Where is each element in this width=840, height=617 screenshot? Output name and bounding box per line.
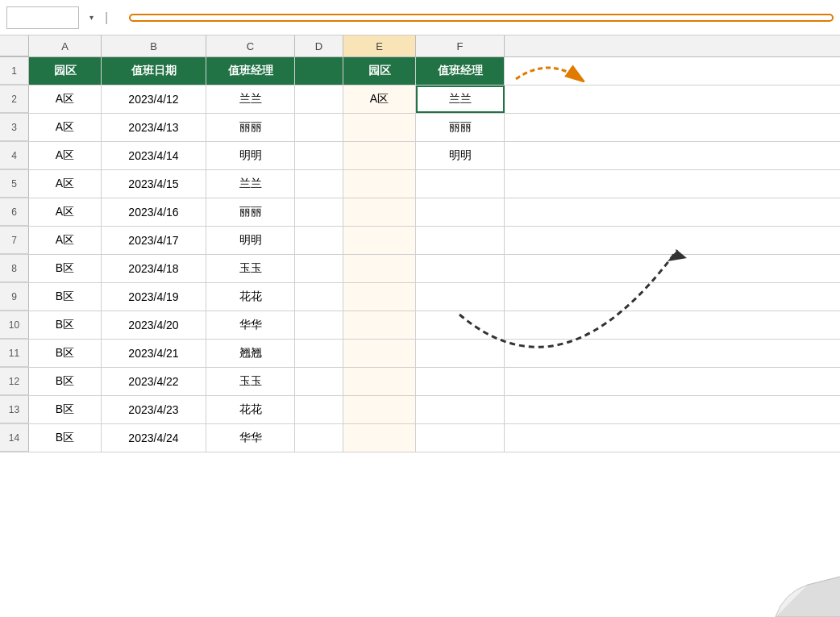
cell-e12[interactable] [343,368,416,395]
cell-d6[interactable] [295,198,343,226]
cell-d2[interactable] [295,85,343,113]
cell-a13[interactable]: B区 [29,396,102,423]
cell-f8[interactable] [416,255,505,282]
cell-b4[interactable]: 2023/4/14 [102,142,206,169]
cell-c11[interactable]: 翘翘 [206,340,295,367]
cell-b6[interactable]: 2023/4/16 [102,198,206,226]
col-header-a[interactable]: A [29,35,102,56]
cell-a14[interactable]: B区 [29,424,102,452]
cell-b8[interactable]: 2023/4/18 [102,255,206,282]
cell-d8[interactable] [295,255,343,282]
cell-c8[interactable]: 玉玉 [206,255,295,282]
cell-f5[interactable] [416,170,505,198]
cell-e11[interactable] [343,340,416,367]
cell-b7[interactable]: 2023/4/17 [102,227,206,254]
cell-f7[interactable] [416,227,505,254]
cell-e7[interactable] [343,227,416,254]
cell-c3[interactable]: 丽丽 [206,114,295,141]
cell-b1[interactable]: 值班日期 [102,57,206,85]
cell-a1[interactable]: 园区 [29,57,102,85]
cell-b3[interactable]: 2023/4/13 [102,114,206,141]
cell-a9[interactable]: B区 [29,283,102,311]
name-box[interactable] [6,6,79,29]
cell-f1[interactable]: 值班经理 [416,57,505,85]
col-header-d[interactable]: D [295,35,343,56]
cell-e13[interactable] [343,396,416,423]
cell-f10[interactable] [416,311,505,339]
cell-e3[interactable] [343,114,416,141]
cell-c6[interactable]: 丽丽 [206,198,295,226]
cell-c9[interactable]: 花花 [206,283,295,311]
cell-d7[interactable] [295,227,343,254]
cell-b2[interactable]: 2023/4/12 [102,85,206,113]
cell-b12[interactable]: 2023/4/22 [102,368,206,395]
cell-d11[interactable] [295,340,343,367]
formula-input-wrapper[interactable] [129,14,834,22]
cell-a6[interactable]: A区 [29,198,102,226]
cell-a3[interactable]: A区 [29,114,102,141]
cell-c5[interactable]: 兰兰 [206,170,295,198]
cell-a5[interactable]: A区 [29,170,102,198]
cell-b9[interactable]: 2023/4/19 [102,283,206,311]
cell-e9[interactable] [343,283,416,311]
name-box-dropdown[interactable]: ▾ [84,13,98,22]
cell-d1[interactable] [295,57,343,85]
cell-a2[interactable]: A区 [29,85,102,113]
cell-c1[interactable]: 值班经理 [206,57,295,85]
cell-e8[interactable] [343,255,416,282]
cell-c7[interactable]: 明明 [206,227,295,254]
cell-e10[interactable] [343,311,416,339]
cell-e5[interactable] [343,170,416,198]
cell-a8[interactable]: B区 [29,255,102,282]
cell-e2[interactable]: A区 [343,85,416,113]
cell-c14[interactable]: 华华 [206,424,295,452]
cell-c12[interactable]: 玉玉 [206,368,295,395]
cell-e14[interactable] [343,424,416,452]
table-row: 4A区2023/4/14明明明明 [0,142,840,170]
row-number: 4 [0,142,29,169]
cell-e6[interactable] [343,198,416,226]
cell-f11[interactable] [416,340,505,367]
cell-f4[interactable]: 明明 [416,142,505,169]
col-header-f[interactable]: F [416,35,505,56]
cell-f14[interactable] [416,424,505,452]
cell-d3[interactable] [295,114,343,141]
cell-f13[interactable] [416,396,505,423]
cell-f12[interactable] [416,368,505,395]
cell-e1[interactable]: 园区 [343,57,416,85]
cell-f3[interactable]: 丽丽 [416,114,505,141]
cell-a11[interactable]: B区 [29,340,102,367]
cell-d10[interactable] [295,311,343,339]
row-number: 6 [0,198,29,226]
cell-d5[interactable] [295,170,343,198]
cell-c2[interactable]: 兰兰 [206,85,295,113]
col-header-c[interactable]: C [206,35,295,56]
table-body: 1园区值班日期值班经理园区值班经理2A区2023/4/12兰兰A区兰兰3A区20… [0,57,840,452]
cell-c4[interactable]: 明明 [206,142,295,169]
col-header-e[interactable]: E [343,35,416,56]
cell-d13[interactable] [295,396,343,423]
cell-f9[interactable] [416,283,505,311]
col-header-b[interactable]: B [102,35,206,56]
row-number: 8 [0,255,29,282]
cell-d14[interactable] [295,424,343,452]
table-row: 3A区2023/4/13丽丽丽丽 [0,114,840,142]
cell-d4[interactable] [295,142,343,169]
cell-f2[interactable]: 兰兰 [416,85,505,113]
cell-d12[interactable] [295,368,343,395]
cell-a12[interactable]: B区 [29,368,102,395]
cell-c13[interactable]: 花花 [206,396,295,423]
cell-b13[interactable]: 2023/4/23 [102,396,206,423]
cell-a10[interactable]: B区 [29,311,102,339]
cell-b11[interactable]: 2023/4/21 [102,340,206,367]
cell-b5[interactable]: 2023/4/15 [102,170,206,198]
cell-b10[interactable]: 2023/4/20 [102,311,206,339]
cell-e4[interactable] [343,142,416,169]
cell-d9[interactable] [295,283,343,311]
cell-a7[interactable]: A区 [29,227,102,254]
cell-c10[interactable]: 华华 [206,311,295,339]
cell-a4[interactable]: A区 [29,142,102,169]
row-number: 9 [0,283,29,311]
cell-b14[interactable]: 2023/4/24 [102,424,206,452]
cell-f6[interactable] [416,198,505,226]
